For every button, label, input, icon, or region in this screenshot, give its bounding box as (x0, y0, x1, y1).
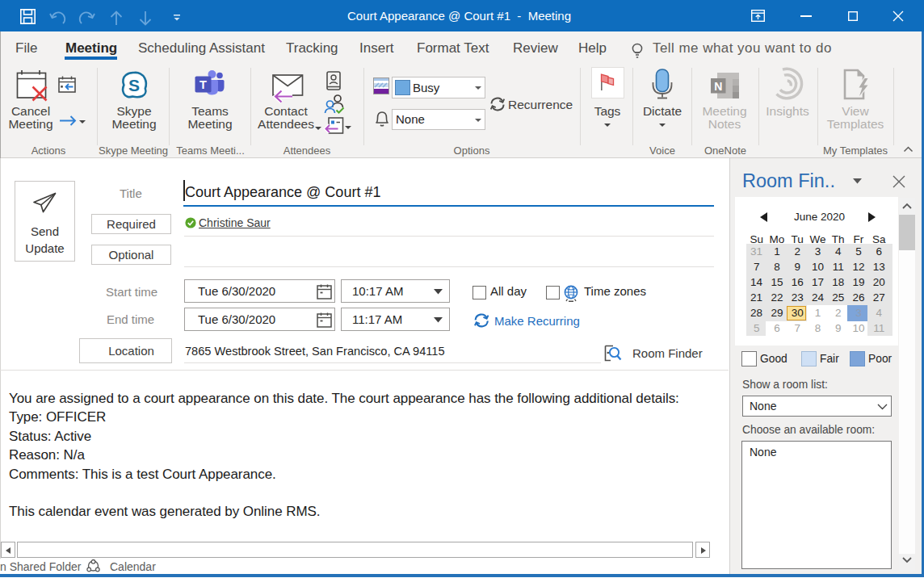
svg-text:T: T (200, 78, 207, 91)
svg-text:N: N (714, 80, 722, 93)
svg-text:S: S (128, 76, 140, 94)
